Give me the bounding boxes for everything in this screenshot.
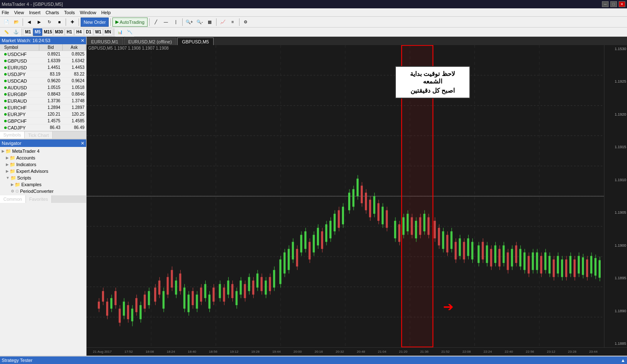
close-button[interactable]: ✕ xyxy=(619,1,625,7)
market-watch-row[interactable]: EURUSD 1.4451 1.4453 xyxy=(0,64,86,71)
market-watch-row[interactable]: AUDUSD 1.0515 1.0518 xyxy=(0,84,86,91)
svg-rect-157 xyxy=(394,221,396,238)
menu-file[interactable]: File xyxy=(2,10,9,15)
stop-btn[interactable]: ■ xyxy=(55,18,64,27)
period-d1[interactable]: D1 xyxy=(84,28,93,36)
minimize-button[interactable]: ─ xyxy=(602,1,609,7)
nav-item-periodconverter[interactable]: ⚙ ⚙ PeriodConverter xyxy=(1,188,85,195)
market-watch-row[interactable]: EURJPY 120.21 120.25 xyxy=(0,111,86,118)
anchor-btn[interactable]: ⚓ xyxy=(11,28,20,37)
svg-rect-147 xyxy=(373,196,375,214)
nav-item-accounts[interactable]: ▶ 📁 Accounts xyxy=(1,154,85,161)
chart-tab-gbpusd-m5[interactable]: GBPUSD,M5 xyxy=(177,38,214,45)
menu-view[interactable]: View xyxy=(14,10,24,15)
menu-help[interactable]: Help xyxy=(101,10,111,15)
time-21: 23:12 xyxy=(547,350,555,354)
svg-rect-113 xyxy=(300,235,302,253)
market-watch-row[interactable]: EURCHF 1.2894 1.2897 xyxy=(0,104,86,111)
svg-rect-239 xyxy=(569,256,571,273)
chart-main[interactable]: GBPUSD,M5 1.1907 1.1908 1.1907 1.1908 xyxy=(87,45,627,356)
reload-btn[interactable]: ↻ xyxy=(45,18,54,27)
nav-item-metatrader-4[interactable]: ▶ 📁 MetaTrader 4 xyxy=(1,148,85,154)
chart-bar-btn[interactable]: 📉 xyxy=(125,28,134,37)
new-btn[interactable]: 📄 xyxy=(2,18,11,27)
nav-item-expert-advisors[interactable]: ▶ 📁 Expert Advisors xyxy=(1,168,85,174)
svg-rect-91 xyxy=(252,281,254,295)
svg-rect-251 xyxy=(594,258,596,276)
period-h1[interactable]: H1 xyxy=(65,28,74,36)
chart-tab-eurusd-m2[interactable]: EURUSD,M2 (offline) xyxy=(124,38,176,45)
period-w1[interactable]: W1 xyxy=(94,28,103,36)
autotrading-button[interactable]: ▶ AutoTrading xyxy=(112,18,148,27)
navigator-close[interactable]: ✕ xyxy=(81,141,84,146)
svg-rect-163 xyxy=(407,214,409,231)
tester-minimize[interactable]: ▲ xyxy=(621,358,625,363)
market-watch-row[interactable]: GBPUSD 1.6339 1.6342 xyxy=(0,58,86,64)
time-12: 20:48 xyxy=(357,350,365,354)
svg-rect-89 xyxy=(248,277,250,291)
prop-btn[interactable]: ⚙ xyxy=(241,18,250,27)
svg-rect-223 xyxy=(536,253,538,270)
market-watch-header: Market Watch: 16:24:53 ✕ xyxy=(0,37,86,44)
period-mn[interactable]: MN xyxy=(103,28,112,36)
tab-tick-chart[interactable]: Tick Chart xyxy=(25,131,53,139)
annotation-line1: لاحظ توقيت بداية الشمعه xyxy=(401,70,464,85)
back-btn[interactable]: ◀ xyxy=(25,18,34,27)
new-order-button[interactable]: New Order xyxy=(81,18,109,27)
period-m5[interactable]: M5 xyxy=(33,28,42,36)
nav-tab-common[interactable]: Common xyxy=(0,195,26,203)
ruler-btn[interactable]: 📏 xyxy=(2,28,11,37)
market-watch-close[interactable]: ✕ xyxy=(81,38,84,43)
nav-tab-favorites[interactable]: Favorites xyxy=(26,195,52,203)
period-m30[interactable]: M30 xyxy=(54,28,64,36)
nav-item-indicators[interactable]: ▶ 📁 Indicators xyxy=(1,161,85,168)
menu-tools[interactable]: Tools xyxy=(64,10,75,15)
open-btn[interactable]: 📂 xyxy=(12,18,21,27)
menu-insert[interactable]: Insert xyxy=(29,10,41,15)
restore-button[interactable]: □ xyxy=(610,1,617,7)
time-6: 19:12 xyxy=(230,350,238,354)
forward-btn[interactable]: ▶ xyxy=(35,18,44,27)
market-watch-row[interactable]: GBPCHF 1.4575 1.4585 xyxy=(0,118,86,124)
chart-canvas-area[interactable]: لاحظ توقيت بداية الشمعه اصبح كل دقيقتين … xyxy=(87,45,604,347)
svg-rect-23 xyxy=(106,302,108,316)
market-watch-row[interactable]: USDJPY 83.19 83.22 xyxy=(0,71,86,78)
period-m1[interactable]: M1 xyxy=(23,28,33,36)
menu-window[interactable]: Window xyxy=(80,10,96,15)
navigator: Navigator ✕ ▶ 📁 MetaTrader 4 ▶ 📁 Account… xyxy=(0,139,86,356)
zoom-out-btn[interactable]: 🔍- xyxy=(195,18,204,27)
menu-charts[interactable]: Charts xyxy=(46,10,59,15)
indicator-btn[interactable]: 📈 xyxy=(218,18,227,27)
market-watch-row[interactable]: EURAUD 1.3736 1.3748 xyxy=(0,98,86,104)
time-1: 17:52 xyxy=(125,350,133,354)
market-watch-row[interactable]: EURGBP 0.8843 0.8846 xyxy=(0,91,86,98)
vline-btn[interactable]: | xyxy=(171,18,181,27)
crosshair-btn[interactable]: ✚ xyxy=(68,18,77,27)
market-watch-row[interactable]: USDCHF 0.8921 0.8925 xyxy=(0,51,86,58)
svg-rect-179 xyxy=(442,231,444,249)
period-h4[interactable]: H4 xyxy=(74,28,84,36)
price-1: 1.1530 xyxy=(605,47,626,51)
menu-bar: File View Insert Charts Tools Window Hel… xyxy=(0,8,627,17)
svg-rect-187 xyxy=(459,238,461,256)
svg-rect-53 xyxy=(171,270,173,288)
line-btn[interactable]: ╱ xyxy=(151,18,161,27)
red-arrow-annotation: ➔ xyxy=(443,299,454,314)
zoom-in-btn[interactable]: 🔍+ xyxy=(184,18,194,27)
svg-rect-191 xyxy=(467,238,469,256)
price-5: 1.1910 xyxy=(605,178,626,182)
chart-btn[interactable]: ▦ xyxy=(205,18,214,27)
svg-rect-43 xyxy=(148,291,150,305)
nav-item-examples[interactable]: ▶ 📁 Examples xyxy=(1,181,85,188)
market-watch-row[interactable]: CADJPY 86.43 86.49 xyxy=(0,124,86,131)
market-watch-row[interactable]: USDCAD 0.9620 0.9624 xyxy=(0,78,86,84)
template-btn[interactable]: ≡ xyxy=(228,18,237,27)
period-m15[interactable]: M15 xyxy=(43,28,53,36)
chart-mode-btn[interactable]: 📊 xyxy=(115,28,125,37)
tab-symbols[interactable]: Symbols xyxy=(0,131,25,139)
svg-rect-139 xyxy=(357,179,359,196)
nav-item-scripts[interactable]: ▼ 📁 Scripts xyxy=(1,174,85,181)
hline-btn[interactable]: — xyxy=(161,18,171,27)
svg-rect-133 xyxy=(342,207,344,224)
chart-tab-eurusd-m1[interactable]: EURUSD,M1 xyxy=(87,38,123,45)
